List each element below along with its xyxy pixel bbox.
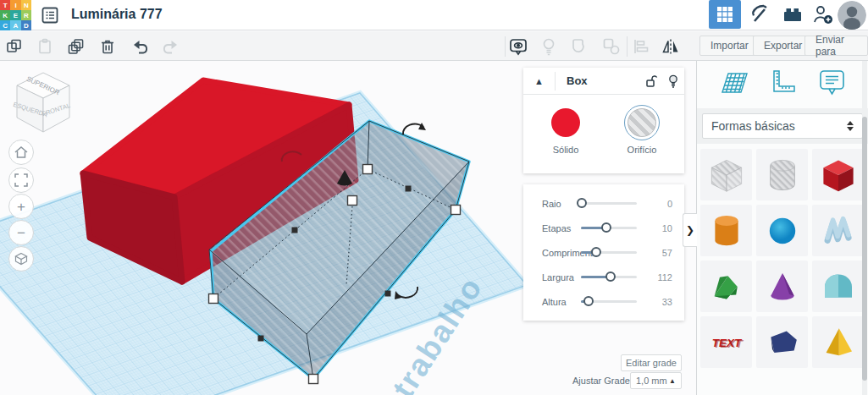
shape-tile-roof[interactable] bbox=[700, 261, 752, 312]
shape-name: Box bbox=[556, 74, 640, 87]
slider-thumb[interactable] bbox=[577, 198, 587, 208]
caret-up-icon: ▲ bbox=[669, 377, 676, 385]
tinkercad-app: trabalho bbox=[0, 0, 868, 395]
shape-tile-hole-box[interactable] bbox=[700, 149, 752, 200]
ruler-tool-icon[interactable] bbox=[766, 67, 799, 102]
grid-blocks-icon bbox=[716, 6, 733, 23]
shape-tile-polygon[interactable] bbox=[756, 316, 808, 368]
logo-cell: D bbox=[21, 20, 31, 30]
lights-button[interactable] bbox=[539, 37, 558, 56]
snap-grid-dropdown[interactable]: 1,0 mm ▲ bbox=[630, 372, 682, 389]
hole-swatch-selected[interactable] bbox=[624, 105, 660, 140]
logo-cell: E bbox=[10, 10, 20, 20]
duplicate-button[interactable] bbox=[67, 37, 86, 56]
updown-caret-icon bbox=[847, 121, 854, 131]
pickaxe-icon bbox=[749, 3, 771, 25]
properties-list-button[interactable] bbox=[39, 4, 61, 26]
zoom-in-button[interactable]: + bbox=[8, 194, 34, 219]
shape-tile-text[interactable]: TEXTTEXT bbox=[700, 316, 752, 368]
shape-tile-round-roof[interactable] bbox=[812, 261, 864, 312]
slider-thumb[interactable] bbox=[583, 296, 594, 306]
solid-color-swatch[interactable] bbox=[551, 108, 580, 137]
shape-parameters-panel: Raio 0 Etapas 10 Comprimento 57 Largura … bbox=[523, 184, 684, 321]
shape-category-dropdown[interactable]: Formas básicas bbox=[702, 113, 863, 139]
slider-thumb[interactable] bbox=[605, 272, 616, 282]
unlock-icon[interactable] bbox=[640, 74, 662, 88]
slider-raio[interactable]: Raio 0 bbox=[542, 191, 674, 216]
logo-cell: K bbox=[0, 10, 10, 20]
logo-cell: R bbox=[21, 10, 31, 20]
material-hole[interactable]: Orifício bbox=[616, 108, 667, 155]
person-add-icon bbox=[812, 3, 834, 25]
minecraft-pickaxe-button[interactable] bbox=[745, 0, 776, 29]
blocks-view-button[interactable] bbox=[709, 0, 741, 29]
logo-cell: N bbox=[21, 0, 31, 10]
shape-tile-scribble[interactable] bbox=[812, 205, 864, 256]
app-header: TINKERCAD Luminária 777 bbox=[0, 0, 868, 30]
inspector-panel: ▲ Box Sólido Orifício bbox=[523, 68, 684, 173]
redo-button[interactable] bbox=[161, 37, 180, 56]
brick-icon bbox=[782, 4, 803, 25]
slider-etapas[interactable]: Etapas 10 bbox=[542, 216, 674, 240]
shape-tile-cone[interactable] bbox=[756, 261, 808, 312]
home-view-button[interactable] bbox=[8, 140, 34, 165]
delete-button[interactable] bbox=[98, 37, 117, 56]
slider-altura[interactable]: Altura 33 bbox=[542, 289, 674, 314]
logo-cell: T bbox=[0, 0, 10, 10]
sidebar-collapse-tab[interactable]: ❯ bbox=[683, 213, 697, 247]
slider-thumb[interactable] bbox=[601, 222, 611, 233]
perspective-toggle-button[interactable] bbox=[8, 246, 34, 272]
view-cube[interactable]: SUPERIOR ESQUERDA FRONTAL bbox=[8, 68, 78, 140]
group-button[interactable] bbox=[571, 37, 589, 56]
logo-cell: A bbox=[10, 20, 20, 30]
import-button[interactable]: Importar bbox=[699, 36, 760, 56]
show-all-button[interactable] bbox=[509, 37, 528, 56]
ungroup-button[interactable] bbox=[602, 37, 621, 56]
logo-cell: C bbox=[0, 20, 10, 30]
shape-tile-pyramid[interactable] bbox=[812, 316, 864, 368]
shape-tile-hole-cylinder[interactable] bbox=[756, 149, 808, 200]
shapes-sidebar: Formas básicas bbox=[696, 61, 868, 395]
edit-toolbar: Importar Exportar Enviar para bbox=[0, 31, 868, 61]
slider-thumb[interactable] bbox=[591, 247, 601, 257]
brick-button[interactable] bbox=[779, 0, 806, 29]
shape-tile-cylinder[interactable] bbox=[700, 205, 752, 256]
material-solid[interactable]: Sólido bbox=[540, 108, 591, 155]
copy-button[interactable] bbox=[5, 37, 24, 56]
zoom-out-button[interactable]: − bbox=[8, 220, 34, 245]
undo-button[interactable] bbox=[131, 37, 150, 56]
hide-lightbulb-icon[interactable] bbox=[662, 74, 684, 88]
paste-button[interactable] bbox=[36, 37, 54, 56]
logo-cell: I bbox=[10, 0, 20, 10]
slider-comprimento[interactable]: Comprimento 57 bbox=[542, 240, 674, 265]
send-to-button[interactable]: Enviar para bbox=[804, 36, 868, 56]
snap-grid-label: Ajustar Grade bbox=[572, 376, 630, 386]
fit-view-button[interactable] bbox=[8, 167, 34, 193]
sidebar-scrollbar[interactable] bbox=[862, 61, 867, 395]
slider-largura[interactable]: Largura 112 bbox=[542, 265, 674, 289]
mirror-button[interactable] bbox=[661, 37, 680, 56]
notes-tool-icon[interactable] bbox=[815, 67, 849, 102]
svg-text:TEXT: TEXT bbox=[713, 337, 744, 350]
workplane-tool-icon[interactable] bbox=[716, 66, 750, 103]
shape-tile-box[interactable] bbox=[812, 149, 864, 200]
document-title[interactable]: Luminária 777 bbox=[71, 7, 163, 22]
avatar[interactable] bbox=[838, 1, 866, 30]
align-button[interactable] bbox=[632, 37, 650, 56]
shape-tile-sphere[interactable] bbox=[756, 205, 808, 256]
edit-grid-button[interactable]: Editar grade bbox=[621, 354, 682, 371]
invite-person-button[interactable] bbox=[809, 0, 838, 29]
tinkercad-logo[interactable]: TINKERCAD bbox=[0, 0, 31, 30]
collapse-panel-button[interactable]: ▲ bbox=[523, 76, 555, 86]
